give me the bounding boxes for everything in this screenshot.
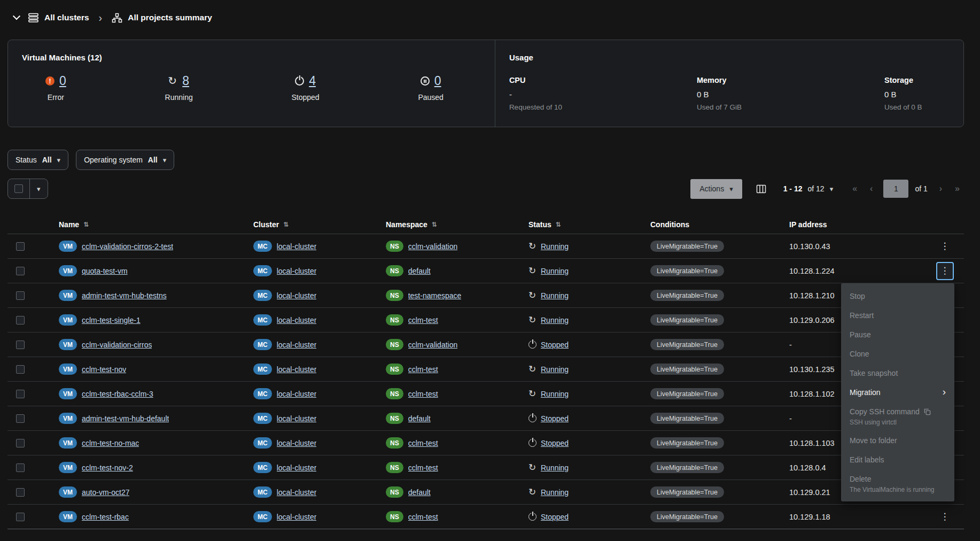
- status-link[interactable]: Running: [541, 488, 569, 497]
- vm-name-link[interactable]: cclm-test-single-1: [82, 316, 141, 324]
- namespace-link[interactable]: cclm-test: [408, 463, 438, 472]
- cluster-link[interactable]: local-cluster: [277, 390, 317, 398]
- menu-item[interactable]: Stop: [841, 287, 954, 306]
- bulk-select-toggle[interactable]: [29, 179, 48, 198]
- next-page-button[interactable]: [935, 183, 946, 195]
- vm-name-link[interactable]: auto-vm-oct27: [82, 488, 129, 497]
- status-count-link[interactable]: 0: [434, 74, 441, 88]
- namespace-link[interactable]: cclm-test: [408, 316, 438, 324]
- cluster-link[interactable]: local-cluster: [277, 414, 317, 423]
- select-all-checkbox[interactable]: [14, 184, 23, 193]
- row-checkbox[interactable]: [16, 513, 25, 521]
- vm-name-link[interactable]: admin-test-vm-hub-default: [82, 414, 169, 423]
- menu-item[interactable]: Edit labels: [841, 450, 954, 469]
- pagination-menu-toggle[interactable]: 1 - 12 of 12: [783, 184, 833, 193]
- vm-name-link[interactable]: cclm-test-nov-2: [82, 463, 133, 472]
- vm-name-link[interactable]: quota-test-vm: [82, 267, 128, 275]
- row-checkbox[interactable]: [16, 439, 25, 447]
- manage-columns-button[interactable]: [753, 182, 769, 196]
- status-link[interactable]: Stopped: [541, 341, 569, 349]
- menu-item[interactable]: Restart: [841, 306, 954, 325]
- status-count-link[interactable]: 8: [182, 74, 189, 88]
- vm-name-link[interactable]: cclm-test-nov: [82, 365, 126, 374]
- chevron-down-icon[interactable]: [13, 12, 20, 20]
- cluster-link[interactable]: local-cluster: [277, 267, 317, 275]
- column-header[interactable]: Status: [520, 220, 642, 229]
- menu-item[interactable]: Copy SSH command SSH using virtctl: [841, 402, 954, 431]
- menu-item[interactable]: Clone: [841, 344, 954, 364]
- row-checkbox[interactable]: [16, 267, 25, 275]
- kebab-menu-button[interactable]: [936, 237, 954, 256]
- namespace-link[interactable]: cclm-validation: [408, 242, 458, 251]
- row-checkbox[interactable]: [16, 291, 25, 300]
- status-link[interactable]: Running: [541, 242, 569, 251]
- namespace-link[interactable]: cclm-test: [408, 365, 438, 374]
- kebab-menu-button[interactable]: [936, 262, 954, 280]
- row-checkbox[interactable]: [16, 488, 25, 497]
- menu-item[interactable]: Delete The VirtualMachine is running: [841, 469, 954, 498]
- namespace-link[interactable]: cclm-test: [408, 439, 438, 447]
- namespace-link[interactable]: cclm-test: [408, 390, 438, 398]
- last-page-button[interactable]: [951, 183, 964, 195]
- menu-item[interactable]: Take snapshot: [841, 364, 954, 383]
- status-count-link[interactable]: 4: [309, 74, 316, 88]
- cluster-link[interactable]: local-cluster: [277, 365, 317, 374]
- namespace-link[interactable]: test-namespace: [408, 291, 462, 300]
- vm-name-link[interactable]: admin-test-vm-hub-testns: [82, 291, 167, 300]
- namespace-link[interactable]: default: [408, 488, 431, 497]
- menu-item[interactable]: Move to folder: [841, 431, 954, 450]
- status-link[interactable]: Stopped: [541, 439, 569, 447]
- vm-name-link[interactable]: cclm-test-rbac-cclm-3: [82, 390, 153, 398]
- status-link[interactable]: Running: [541, 365, 569, 374]
- cluster-link[interactable]: local-cluster: [277, 513, 317, 521]
- column-header[interactable]: IP address: [781, 220, 938, 229]
- vm-name-link[interactable]: cclm-test-rbac: [82, 513, 129, 521]
- row-checkbox[interactable]: [16, 463, 25, 472]
- first-page-button[interactable]: [848, 183, 861, 195]
- cluster-link[interactable]: local-cluster: [277, 291, 317, 300]
- breadcrumb-all-clusters[interactable]: All clusters: [28, 13, 89, 22]
- column-header[interactable]: Namespace: [377, 220, 520, 229]
- column-header[interactable]: Name: [50, 220, 245, 229]
- column-header[interactable]: Conditions: [642, 220, 781, 229]
- filter-dropdown[interactable]: Operating system All: [76, 150, 174, 170]
- vm-name-link[interactable]: cclm-validation-cirros: [82, 341, 152, 349]
- cluster-link[interactable]: local-cluster: [277, 439, 317, 447]
- status-icon: [528, 316, 536, 324]
- namespace-badge: NS: [386, 364, 403, 375]
- status-link[interactable]: Running: [541, 390, 569, 398]
- cluster-link[interactable]: local-cluster: [277, 242, 317, 251]
- status-link[interactable]: Running: [541, 291, 569, 300]
- cluster-link[interactable]: local-cluster: [277, 463, 317, 472]
- previous-page-button[interactable]: [866, 183, 877, 195]
- cluster-link[interactable]: local-cluster: [277, 341, 317, 349]
- status-link[interactable]: Running: [541, 316, 569, 324]
- cluster-link[interactable]: local-cluster: [277, 316, 317, 324]
- row-checkbox[interactable]: [16, 242, 25, 251]
- namespace-link[interactable]: default: [408, 414, 431, 423]
- status-link[interactable]: Stopped: [541, 513, 569, 521]
- row-checkbox[interactable]: [16, 341, 25, 349]
- kebab-menu-button[interactable]: [936, 508, 954, 526]
- row-checkbox[interactable]: [16, 365, 25, 374]
- namespace-link[interactable]: default: [408, 267, 431, 275]
- vm-name-link[interactable]: cclm-test-no-mac: [82, 439, 139, 447]
- breadcrumb-all-projects[interactable]: All projects summary: [112, 13, 212, 23]
- status-link[interactable]: Running: [541, 463, 569, 472]
- cluster-link[interactable]: local-cluster: [277, 488, 317, 497]
- vm-name-link[interactable]: cclm-validation-cirros-2-test: [82, 242, 173, 251]
- status-link[interactable]: Running: [541, 267, 569, 275]
- menu-item[interactable]: Migration: [841, 383, 954, 402]
- row-checkbox[interactable]: [16, 390, 25, 398]
- page-number-input[interactable]: [883, 180, 908, 198]
- status-count-link[interactable]: 0: [59, 74, 66, 88]
- filter-dropdown[interactable]: Status All: [7, 150, 68, 170]
- row-checkbox[interactable]: [16, 414, 25, 423]
- actions-button[interactable]: Actions: [690, 179, 742, 199]
- column-header[interactable]: Cluster: [245, 220, 377, 229]
- row-checkbox[interactable]: [16, 316, 25, 324]
- menu-item[interactable]: Pause: [841, 325, 954, 344]
- namespace-link[interactable]: cclm-validation: [408, 341, 458, 349]
- namespace-link[interactable]: cclm-test: [408, 513, 438, 521]
- status-link[interactable]: Stopped: [541, 414, 569, 423]
